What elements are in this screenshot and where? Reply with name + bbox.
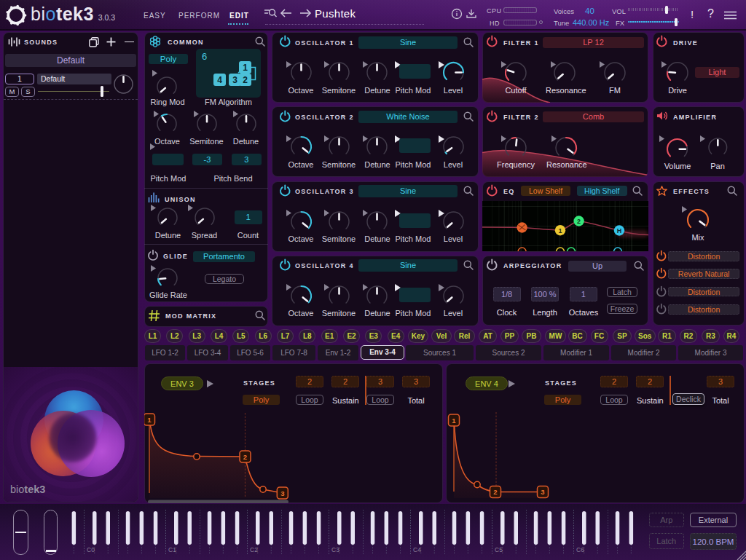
svg-text:3: 3 xyxy=(280,489,284,497)
svg-text:C3: C3 xyxy=(331,546,339,553)
svg-text:1: 1 xyxy=(559,226,562,234)
svg-text:H: H xyxy=(617,226,622,234)
svg-text:C0: C0 xyxy=(87,546,95,553)
svg-text:1: 1 xyxy=(452,417,456,425)
svg-text:4: 4 xyxy=(217,75,222,85)
svg-text:C1: C1 xyxy=(168,546,176,553)
svg-text:C6: C6 xyxy=(576,546,584,553)
svg-text:1: 1 xyxy=(147,416,152,424)
svg-text:C2: C2 xyxy=(250,546,258,553)
svg-text:C5: C5 xyxy=(495,546,503,553)
svg-text:C4: C4 xyxy=(413,546,421,553)
svg-text:3: 3 xyxy=(541,488,544,496)
svg-text:3: 3 xyxy=(232,75,237,85)
svg-text:2: 2 xyxy=(493,488,497,496)
svg-text:2: 2 xyxy=(243,453,247,461)
svg-text:1: 1 xyxy=(243,63,248,73)
svg-text:2: 2 xyxy=(577,217,581,224)
svg-text:2: 2 xyxy=(243,75,248,85)
